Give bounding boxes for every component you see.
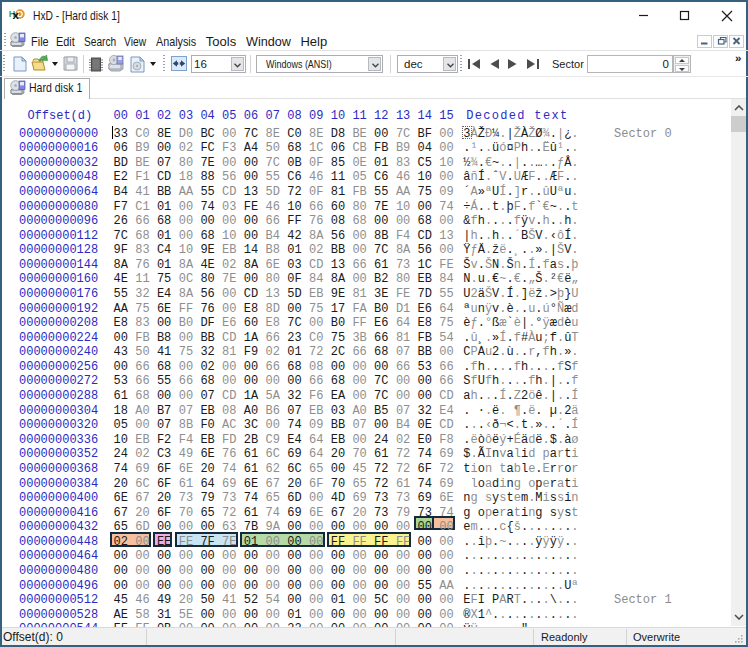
svg-text:x: x <box>12 9 19 21</box>
